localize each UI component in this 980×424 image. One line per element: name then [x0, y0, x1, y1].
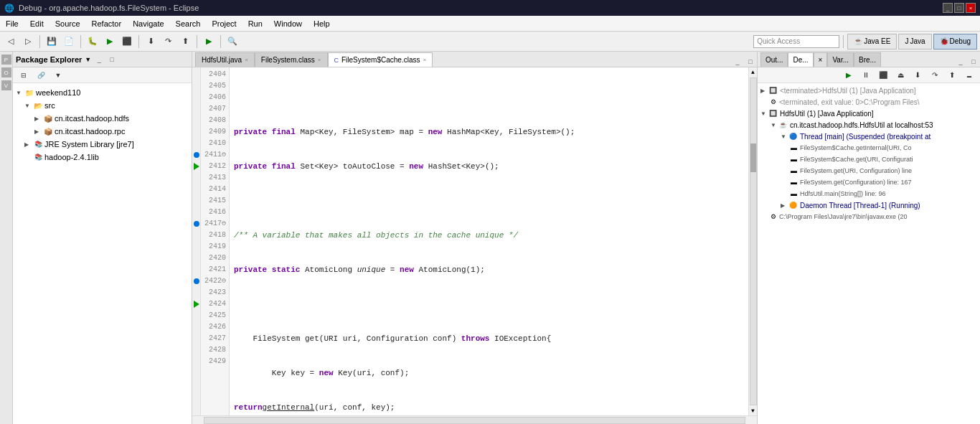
tab-hdfsutil[interactable]: HdfsUtil.java ×: [195, 52, 255, 67]
debug-label: Debug: [950, 37, 971, 45]
debug-tool-stop[interactable]: ⬛: [875, 67, 891, 83]
strip-icon-3[interactable]: V: [1, 80, 11, 90]
debug-tool-resume[interactable]: ▶: [841, 67, 857, 83]
tree-item-rpc[interactable]: ▶ 📦 cn.itcast.hadoop.rpc: [13, 125, 192, 138]
quick-access-input[interactable]: Quick Access: [753, 35, 839, 48]
debug-panel-maximize-button[interactable]: □: [969, 57, 979, 67]
debug-tool-stepover[interactable]: ↷: [927, 67, 943, 83]
dt-label-frame-4: FileSystem.get(Configuration) line: 167: [800, 179, 912, 186]
tab-debug[interactable]: De...: [788, 52, 813, 67]
vscroll-up-button[interactable]: ▲: [750, 67, 756, 77]
package-explorer-header: Package Explorer ▼ _ □: [13, 52, 192, 67]
debug-tree-vm[interactable]: ▼ ☕ cn.itcast.hadoop.hdfs.HdfsUtil at lo…: [758, 119, 980, 131]
debug-tool-suspend[interactable]: ⏸: [858, 67, 874, 83]
maximize-button[interactable]: □: [954, 3, 964, 13]
toolbar-back-button[interactable]: ◁: [3, 34, 19, 50]
tree-label-weekend110: weekend110: [36, 88, 80, 97]
debug-tool-stepinto[interactable]: ⬇: [910, 67, 925, 83]
ln-2407: 2407: [204, 103, 226, 115]
tree-item-hadoop[interactable]: 📚 hadoop-2.4.1lib: [13, 151, 192, 164]
tree-item-src[interactable]: ▼ 📂 src: [13, 99, 192, 112]
ln-2404: 2404: [204, 69, 226, 80]
strip-icon-2[interactable]: O: [1, 67, 11, 77]
tree-item-hdfs[interactable]: ▶ 📦 cn.itcast.hadoop.hdfs: [13, 112, 192, 125]
toolbar-debug-button[interactable]: 🐛: [85, 34, 100, 50]
editor-minimize-button[interactable]: _: [732, 57, 743, 67]
menu-source[interactable]: Source: [50, 16, 86, 31]
code-container[interactable]: 2404 2405 2406 2407 2408 2409 2410 2411⊖…: [192, 67, 757, 415]
editor-maximize-button[interactable]: □: [745, 57, 755, 67]
debug-tree-frame-4[interactable]: ▬ FileSystem.get(Configuration) line: 16…: [758, 176, 980, 188]
menu-project[interactable]: Project: [206, 16, 242, 31]
debug-tool-stepreturn[interactable]: ⬆: [944, 67, 960, 83]
tree-item-weekend110[interactable]: ▼ 📁 weekend110: [13, 86, 192, 99]
dt-label-vm: cn.itcast.hadoop.hdfs.HdfsUtil at localh…: [790, 121, 933, 129]
menu-run[interactable]: Run: [242, 16, 268, 31]
debug-tool-collapse[interactable]: 🗕: [961, 67, 977, 83]
editor-hscrollbar[interactable]: [192, 415, 757, 424]
menu-edit[interactable]: Edit: [24, 16, 50, 31]
debug-tree-thread-daemon[interactable]: ▶ 🟠 Daemon Thread [Thread-1] (Running): [758, 199, 980, 211]
toolbar-save-button[interactable]: 💾: [44, 34, 60, 50]
debug-tree-terminated-1[interactable]: ▶ 🔲 <terminated>HdfsUtil (1) [Java Appli…: [758, 85, 980, 96]
titlebar-controls[interactable]: _ □ ×: [943, 3, 976, 13]
hscroll-track[interactable]: [204, 417, 745, 424]
vscroll-down-button[interactable]: ▼: [750, 406, 756, 415]
toolbar-step-over-button[interactable]: ↷: [160, 34, 176, 50]
tab-filesystemcache-close[interactable]: ×: [423, 57, 426, 63]
code-editor[interactable]: private final Map<Key, FileSystem> map =…: [230, 67, 748, 415]
package-explorer-menu-icon[interactable]: ▼: [85, 56, 91, 63]
tab-filesystemcache[interactable]: C FileSystem$Cache.class ×: [328, 52, 433, 67]
menu-file[interactable]: File: [0, 16, 24, 31]
editor-vscrollbar[interactable]: ▲ ▼: [748, 67, 757, 415]
toolbar-stop-button[interactable]: ⬛: [119, 34, 135, 50]
tab-debug-menu[interactable]: ×: [814, 52, 828, 67]
debug-panel-minimize-button[interactable]: _: [956, 57, 966, 67]
pkg-collapse-all-button[interactable]: ⊟: [16, 67, 32, 83]
pkg-menu-button[interactable]: ▼: [50, 67, 66, 83]
close-button[interactable]: ×: [966, 3, 976, 13]
minimize-button[interactable]: _: [943, 3, 953, 13]
ln-2421: 2421: [204, 264, 226, 275]
toolbar-step-return-button[interactable]: ⬆: [177, 34, 193, 50]
toolbar-search-button[interactable]: 🔍: [225, 34, 240, 50]
toolbar-run-button[interactable]: ▶: [102, 34, 118, 50]
vscroll-thumb[interactable]: [750, 143, 756, 172]
strip-icon-1[interactable]: P: [1, 55, 11, 65]
debug-tree-frame-5[interactable]: ▬ HdfsUtil.main(String[]) line: 96: [758, 188, 980, 199]
toolbar-step-into-button[interactable]: ⬇: [143, 34, 159, 50]
menu-help[interactable]: Help: [308, 16, 336, 31]
perspective-javaee-button[interactable]: ☕ Java EE: [847, 34, 897, 50]
debug-tree-frame-2[interactable]: ▬ FileSystem$Cache.get(URI, Configurati: [758, 154, 980, 165]
tab-breakpoints[interactable]: Bre...: [854, 52, 881, 67]
debug-tree-app[interactable]: ▼ 🔲 HdfsUtil (1) [Java Application]: [758, 108, 980, 119]
vscroll-track[interactable]: [750, 77, 757, 405]
debug-tree-thread-main[interactable]: ▼ 🔵 Thread [main] (Suspended (breakpoint…: [758, 131, 980, 142]
menu-window[interactable]: Window: [268, 16, 308, 31]
package-explorer-maximize-button[interactable]: □: [107, 55, 117, 65]
debug-tree-terminated-2[interactable]: ⚙ <terminated, exit value: 0>C:\Program …: [758, 96, 980, 108]
menu-search[interactable]: Search: [170, 16, 207, 31]
tab-filesystem-close[interactable]: ×: [318, 57, 321, 63]
debug-tool-disconnect[interactable]: ⏏: [892, 67, 908, 83]
dt-icon-process-1: ⚙: [771, 98, 776, 105]
package-explorer-tree: ▼ 📁 weekend110 ▼ 📂 src ▶ 📦 cn.itcast.had…: [13, 83, 192, 424]
pkg-link-editor-button[interactable]: 🔗: [33, 67, 49, 83]
toolbar-forward-button[interactable]: ▷: [20, 34, 36, 50]
menu-navigate[interactable]: Navigate: [127, 16, 169, 31]
perspective-java-button[interactable]: J Java: [898, 34, 931, 50]
debug-tree-process[interactable]: ⚙ C:\Program Files\Java\jre7\bin\javaw.e…: [758, 211, 980, 222]
toolbar-resume-button[interactable]: ▶: [201, 34, 217, 50]
tree-item-jre[interactable]: ▶ 📚 JRE System Library [jre7]: [13, 138, 192, 151]
tree-label-rpc: cn.itcast.hadoop.rpc: [55, 127, 125, 136]
tab-variables[interactable]: Var...: [827, 52, 854, 67]
tab-console[interactable]: Out...: [760, 52, 788, 67]
debug-tree-frame-3[interactable]: ▬ FileSystem.get(URI, Configuration) lin…: [758, 165, 980, 176]
toolbar-new-button[interactable]: 📄: [61, 34, 77, 50]
tab-filesystem[interactable]: FileSystem.class ×: [255, 52, 328, 67]
debug-tree-frame-1[interactable]: ▬ FileSystem$Cache.getInternal(URI, Co: [758, 142, 980, 154]
tab-hdfsutil-close[interactable]: ×: [245, 57, 248, 63]
package-explorer-minimize-button[interactable]: _: [94, 55, 104, 65]
menu-refactor[interactable]: Refactor: [86, 16, 128, 31]
perspective-debug-button[interactable]: 🐞 Debug: [933, 34, 977, 50]
